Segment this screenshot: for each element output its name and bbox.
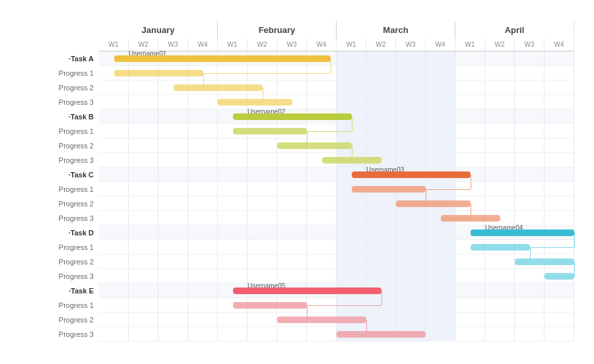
grid-cell [307, 284, 337, 297]
grid-cell [277, 95, 307, 109]
row-labels: ·Task AProgress 1Progress 2Progress 3·Ta… [20, 51, 99, 342]
grid-cell [485, 226, 515, 239]
grid-cell [337, 298, 366, 312]
grid-cell [396, 51, 426, 65]
grid-cell [99, 240, 129, 254]
grid-cell [366, 124, 396, 138]
grid-cell [455, 284, 485, 297]
grid-cell [99, 327, 129, 341]
grid-row [99, 109, 574, 124]
grid-cell [366, 211, 396, 225]
grid-cell [218, 197, 248, 210]
grid-cell [158, 124, 188, 138]
grid-cell [248, 124, 277, 138]
grid-cell [158, 153, 188, 167]
grid-cell [129, 124, 158, 138]
grid-cell [248, 138, 277, 152]
grid-cell [188, 298, 218, 312]
grid-cell [396, 284, 426, 297]
grid-cell [455, 240, 485, 254]
progress-label: Progress 1 [20, 66, 99, 80]
grid-cell [337, 255, 366, 268]
grid-cell [455, 327, 485, 341]
grid-cell [485, 66, 515, 80]
grid-cell [277, 167, 307, 181]
grid-cell [307, 313, 337, 326]
grid-cell [277, 269, 307, 283]
grid-cell [396, 153, 426, 167]
grid-cell [248, 226, 277, 239]
grid-cell [277, 240, 307, 254]
grid-cell [307, 109, 337, 123]
grid-cell [188, 80, 218, 94]
grid-row [99, 51, 574, 66]
grid-cell [129, 182, 158, 196]
grid-cell [158, 327, 188, 341]
grid-cell [188, 124, 218, 138]
grid-cell [396, 197, 426, 210]
grid-cell [277, 153, 307, 167]
grid-cell [129, 269, 158, 283]
grid-cell [485, 313, 515, 326]
week-label: W2 [248, 38, 277, 51]
grid-cell [426, 255, 455, 268]
grid-cell [396, 298, 426, 312]
grid-cell [544, 51, 574, 65]
grid-cell [188, 313, 218, 326]
grid-cell [426, 197, 455, 210]
grid-cell [307, 298, 337, 312]
grid-cell [188, 109, 218, 123]
grid-cell [396, 95, 426, 109]
grid-cell [366, 298, 396, 312]
grid-cell [396, 167, 426, 181]
grid-cell [277, 51, 307, 65]
grid-cell [485, 109, 515, 123]
grid-cell [218, 269, 248, 283]
grid-cell [307, 153, 337, 167]
week-label: W4 [307, 38, 337, 51]
grid-cell [248, 255, 277, 268]
grid-cell [307, 124, 337, 138]
grid-cell [396, 182, 426, 196]
grid-cell [218, 138, 248, 152]
grid-cell [307, 95, 337, 109]
grid-cell [337, 182, 366, 196]
grid-cell [248, 284, 277, 297]
grid-cell [99, 226, 129, 239]
grid-cell [485, 153, 515, 167]
grid-cell [544, 80, 574, 94]
chart-container: ·Task AProgress 1Progress 2Progress 3·Ta… [20, 21, 574, 342]
grid-cell [515, 269, 544, 283]
month-header-march: March [337, 21, 455, 38]
grid-cell [188, 211, 218, 225]
grid-cell [485, 197, 515, 210]
grid-cell [366, 167, 396, 181]
grid-cell [99, 284, 129, 297]
grid-cell [396, 313, 426, 326]
grid-cell [129, 95, 158, 109]
grid-cell [515, 51, 544, 65]
grid-cell [307, 240, 337, 254]
grid-cell [337, 109, 366, 123]
grid-cell [396, 269, 426, 283]
grid-cell [485, 95, 515, 109]
grid-cell [455, 153, 485, 167]
grid-cell [455, 313, 485, 326]
grid-cell [248, 298, 277, 312]
grid-row [99, 80, 574, 95]
progress-label: Progress 1 [20, 182, 99, 197]
grid-cell [515, 182, 544, 196]
grid-cell [99, 80, 129, 94]
grid-cell [515, 124, 544, 138]
grid-cell [544, 269, 574, 283]
grid-cell [366, 138, 396, 152]
grid-cell [248, 197, 277, 210]
grid-cell [544, 298, 574, 312]
grid-cell [218, 327, 248, 341]
grid-cell [515, 197, 544, 210]
grid-row [99, 153, 574, 167]
grid-cell [277, 327, 307, 341]
grid-cell [248, 240, 277, 254]
grid-cell [455, 269, 485, 283]
grid-cell [129, 298, 158, 312]
